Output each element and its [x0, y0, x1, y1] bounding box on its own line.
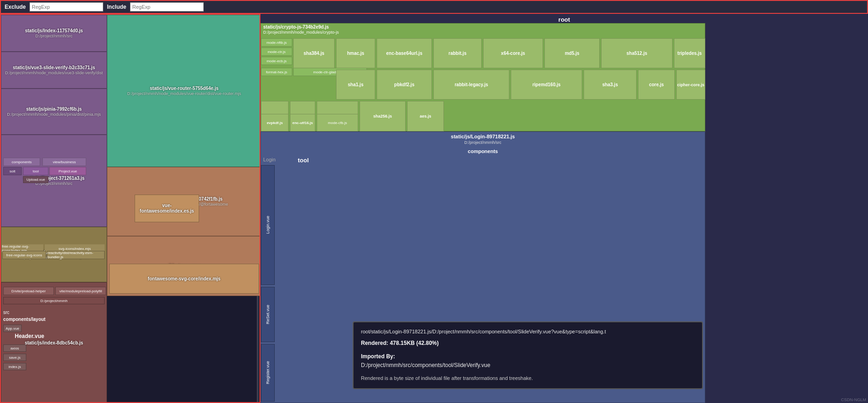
- sha3[interactable]: sha3.js: [584, 70, 637, 100]
- block-index-title: static/js/Index-117574d0.js: [25, 28, 83, 34]
- mode-ecb[interactable]: mode-ecb.js: [261, 57, 292, 65]
- enc-base64url[interactable]: enc-base64url.js: [377, 38, 432, 68]
- block-pinia-subtitle: D:/project/nmmh/node_modules/pinia/dist/…: [7, 112, 101, 117]
- mode-ctr[interactable]: mode-ctr.js: [261, 47, 292, 56]
- register-vue-item[interactable]: Register.vue: [261, 344, 275, 402]
- block-crypto[interactable]: static/js/crypto-js-734b2e9d.js D:/proje…: [260, 23, 705, 131]
- sub-uploadvue[interactable]: Upload.vue: [23, 176, 48, 183]
- top-bar: Exclude Include: [0, 0, 868, 14]
- tripledes[interactable]: tripledes.js: [674, 38, 705, 68]
- sub-components-layout[interactable]: components/layout: [3, 317, 46, 322]
- main-content: static/js/Index-117574d0.js D:/project/n…: [0, 14, 868, 403]
- block-fontawesome-idx[interactable]: vue-fontawesome/index.es.js: [135, 195, 199, 222]
- sub-vite2[interactable]: vite/modulepreload-polyfill: [55, 287, 106, 295]
- crypto-title: static/js/crypto-js-734b2e9d.js: [263, 24, 329, 30]
- login-vue-label: Login.vue: [266, 216, 270, 234]
- rabbit[interactable]: rabbit.js: [433, 38, 482, 68]
- sub-nmmh[interactable]: D:/project/nmmh: [3, 297, 105, 304]
- mode-nftb[interactable]: mode-nftb.js: [261, 38, 292, 47]
- sha256[interactable]: sha256.js: [360, 101, 406, 131]
- core-js[interactable]: core.js: [638, 70, 675, 100]
- block-vue3-slide-title: static/js/vue3-slide-verify-b2c33c71.js: [13, 65, 95, 71]
- tooltip-imported-by: D:/project/nmmh/src/components/tool/Slid…: [361, 361, 695, 370]
- cipher-core[interactable]: cipher-core.js: [676, 70, 705, 100]
- sub-axios[interactable]: axios: [3, 344, 26, 352]
- ripemd160[interactable]: ripemd160.js: [511, 70, 582, 100]
- sub-viewbusiness[interactable]: view/business: [42, 158, 86, 166]
- block-fontawesome-svg-title: fontawesome-svg-core/index.mjs: [148, 276, 221, 282]
- sub-regular[interactable]: reactivity/dist/reactivity.esm-bundler.j…: [47, 251, 105, 259]
- sub-tool[interactable]: tool: [23, 167, 48, 175]
- tooltip-rendered: Rendered: 478.15KB (42.80%): [361, 339, 695, 348]
- block-vue-router[interactable]: static/js/vue-router-5755d64e.js D:/proj…: [107, 15, 260, 167]
- block-vue3-slide[interactable]: static/js/vue3-slide-verify-b2c33c71.js …: [1, 52, 107, 89]
- tool-big-label: tool: [298, 157, 309, 164]
- tooltip-note: Rendered is a byte size of individual fi…: [361, 374, 695, 383]
- register-vue-label: Register.vue: [266, 361, 270, 384]
- right-treemap-panel: root static/js/crypto-js-734b2e9d.js D:/…: [260, 14, 868, 403]
- sha384[interactable]: sha384.js: [293, 38, 335, 68]
- block-vue-router-title: static/js/vue-router-5755d64e.js: [150, 86, 218, 91]
- left-treemap-panel: static/js/Index-117574d0.js D:/project/n…: [0, 14, 260, 403]
- exclude-input[interactable]: [30, 2, 103, 12]
- include-input[interactable]: [130, 2, 204, 12]
- include-label: Include: [107, 4, 126, 10]
- block-index-subtitle: D:/project/nmmh/src: [35, 34, 73, 38]
- rabbit-legacy[interactable]: rabbit-legacy.js: [433, 70, 509, 100]
- md5[interactable]: md5.js: [544, 38, 600, 68]
- login-vue-item[interactable]: Login.vue: [261, 165, 275, 285]
- evpkdf[interactable]: evpkdf.js: [261, 114, 289, 131]
- sub-indexjs[interactable]: index.js: [3, 363, 26, 370]
- sub-components[interactable]: components: [3, 158, 40, 166]
- mode-cfb[interactable]: mode-cfb.js: [317, 114, 358, 131]
- exclude-label: Exclude: [5, 4, 26, 10]
- format-hex[interactable]: format-hex.js: [261, 68, 292, 76]
- sha512[interactable]: sha512.js: [601, 38, 673, 68]
- login-side-label: Login: [263, 157, 276, 162]
- block-vue3-slide-subtitle: D:/project/nmmh/node_modules/vue3-slide-…: [5, 71, 103, 75]
- sub-projectvue[interactable]: Project.vue: [49, 167, 86, 175]
- sub-src-label: src: [3, 310, 9, 315]
- tooltip-path: root/static/js/Login-89718221.js/D:/proj…: [361, 328, 695, 336]
- block-pinia[interactable]: static/js/pinia-7992cf6b.js D:/project/n…: [1, 89, 107, 135]
- enc-utf16[interactable]: enc-utf16.js: [290, 114, 315, 131]
- tooltip-imported-label: Imported By:: [361, 352, 695, 361]
- sub-solt[interactable]: solt: [3, 167, 22, 175]
- block-fontawesome-idx-title: vue-fontawesome/index.es.js: [135, 203, 199, 214]
- block-pinia-title: static/js/pinia-7992cf6b.js: [26, 107, 82, 112]
- aes[interactable]: aes.js: [407, 101, 444, 131]
- sub-free2[interactable]: free-regular-svg-icons: [2, 251, 46, 259]
- hmac[interactable]: hmac.js: [336, 38, 375, 68]
- block-project[interactable]: static/js/Project-371261a3.js D:/project…: [1, 135, 107, 227]
- watermark: CSDN-NGLM: [841, 397, 866, 402]
- tooltip-box: root/static/js/Login-89718221.js/D:/proj…: [353, 321, 703, 389]
- reset-vue-item[interactable]: ReSet.vue: [261, 287, 275, 342]
- block-fontawesome-svg[interactable]: fontawesome-svg-core/index.mjs: [109, 264, 259, 294]
- crypto-path: D:/project/nmmh/node_modules/crypto-js: [263, 30, 339, 35]
- login-block-path: D:/project/nmmh/src: [261, 140, 705, 145]
- login-block-title: static/js/Login-89718221.js: [261, 134, 705, 139]
- root-label: root: [260, 16, 868, 23]
- sub-header-vue[interactable]: Header.vue: [15, 333, 44, 339]
- block-index8-title: static/js/index-8dbc54cb.js: [25, 340, 83, 346]
- block-vue-router-subtitle: D:/project/nmmh/node_modules/vue-router/…: [127, 91, 241, 96]
- block-index[interactable]: static/js/Index-117574d0.js D:/project/n…: [1, 15, 107, 52]
- components-big-label: components: [261, 148, 705, 154]
- sha1[interactable]: sha1.js: [336, 70, 375, 100]
- pbkdf2[interactable]: pbkdf2.js: [377, 70, 432, 100]
- x64-core[interactable]: x64-core.js: [483, 38, 543, 68]
- sub-app[interactable]: App.vue: [3, 325, 22, 332]
- sub-savejs[interactable]: save.js: [3, 354, 26, 361]
- sub-dvite[interactable]: D/vite/preload-helper: [3, 287, 54, 295]
- reset-vue-label: ReSet.vue: [266, 305, 270, 324]
